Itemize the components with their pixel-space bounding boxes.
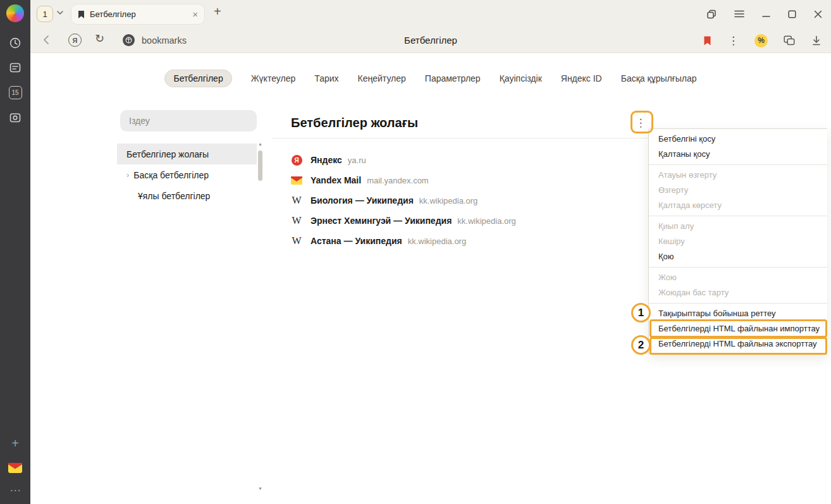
folders-list: Бетбелгілер жолағы › Басқа бетбелгілер Ұ… [117, 144, 257, 206]
settings-nav-tabs: Бетбелгілер Жүктеулер Тарих Кеңейтулер П… [30, 70, 831, 87]
refresh-icon: ↻ [95, 32, 104, 45]
tab-settings[interactable]: Параметрлер [425, 70, 481, 87]
bookmark-title: Яндекс [311, 155, 342, 165]
menu-item-sort-by-title[interactable]: Тақырыптары бойынша реттеу [649, 306, 827, 321]
collections-icon[interactable] [784, 35, 795, 46]
menu-item-undo-delete: Жоюдан бас тарту [649, 285, 827, 300]
screenshot-icon[interactable] [0, 107, 30, 128]
history-clock-icon[interactable] [0, 32, 30, 54]
browser-window: 15 + ⋯ 1 Бетбелгілер × + [0, 0, 831, 504]
yandex-letter-icon: Я [73, 37, 78, 44]
tab-other-devices[interactable]: Басқа құрылғылар [621, 70, 697, 87]
yandex-icon: Я [292, 155, 302, 166]
new-tab-button[interactable]: + [214, 4, 221, 19]
menu-hamburger-icon[interactable] [734, 10, 744, 18]
plus-icon: + [11, 436, 19, 451]
maximize-button[interactable] [788, 10, 796, 18]
wikipedia-icon: W [291, 195, 302, 206]
tab-extensions[interactable]: Кеңейтулер [358, 70, 406, 87]
scroll-up-icon[interactable]: ▲ [256, 142, 264, 146]
rail-more-icon[interactable]: ⋯ [0, 479, 30, 501]
tab-bookmarks[interactable]: Бетбелгілер [164, 70, 231, 87]
bookmark-row[interactable]: Yandex Mail mail.yandex.com [272, 170, 661, 190]
bookmark-row[interactable]: W Биология — Уикипедия kk.wikipedia.org [272, 190, 661, 211]
wikipedia-icon: W [291, 215, 302, 226]
scroll-down-icon[interactable]: ▼ [256, 486, 264, 491]
search-input[interactable] [120, 110, 257, 132]
menu-item-edit: Өзгерту [649, 183, 827, 198]
bookmark-title: Yandex Mail [311, 175, 361, 185]
menu-item-import-html[interactable]: Бетбелгілерді HTML файлынан импорттау [649, 321, 827, 336]
notes-feed-icon[interactable] [0, 57, 30, 78]
bookmark-row[interactable]: Я Яндекс ya.ru [272, 150, 661, 170]
yandex-browser-logo-icon[interactable] [6, 4, 24, 22]
tab-downloads[interactable]: Жүктеулер [251, 70, 296, 87]
rail-add-icon[interactable]: + [0, 433, 30, 454]
bookmark-url: kk.wikipedia.org [419, 196, 478, 206]
panels-icon[interactable] [706, 9, 717, 19]
menu-item-add-folder[interactable]: Қалтаны қосу [649, 147, 827, 162]
chevron-down-icon[interactable] [57, 11, 63, 15]
folder-item-mobile-bookmarks[interactable]: Ұялы бетбелгілер [117, 185, 257, 206]
toolbar-kebab-icon[interactable]: ⋮ [728, 34, 739, 47]
folder-item-other-bookmarks[interactable]: › Басқа бетбелгілер [117, 164, 257, 185]
close-button[interactable] [814, 10, 822, 18]
toolbar: Я ↻ bookmarks Бетбелгілер ⋮ % [30, 28, 831, 53]
percent-glyph: % [758, 36, 765, 45]
menu-item-delete: Жою [649, 270, 827, 285]
menu-group: Қиып алу Көшіру Қою [649, 216, 827, 267]
bookmark-flag-icon[interactable] [703, 35, 712, 46]
yandex-mail-rail-icon[interactable] [0, 457, 30, 479]
tab-yandex-id[interactable]: Яндекс ID [561, 70, 602, 87]
menu-group: Жою Жоюдан бас тарту [649, 267, 827, 303]
tab-history[interactable]: Тарих [314, 70, 338, 87]
tab-count: 1 [42, 9, 47, 19]
sidebar-rail: 15 + ⋯ [0, 0, 30, 504]
bookmark-title: Астана — Уикипедия [311, 236, 402, 246]
back-button[interactable] [40, 34, 53, 46]
tab-close-icon[interactable]: × [192, 9, 198, 19]
tab-counter-button[interactable]: 1 [37, 6, 53, 22]
folder-label: Бетбелгілер жолағы [126, 149, 209, 159]
yandex-search-button[interactable]: Я [68, 34, 82, 47]
bookmark-title: Эрнест Хемингуэй — Уикипедия [311, 216, 452, 226]
panel-kebab-button[interactable]: ⋮ [633, 114, 648, 131]
download-icon[interactable] [811, 35, 822, 46]
toolbar-right-icons: ⋮ % [703, 28, 822, 53]
bookmark-title: Биология — Уикипедия [311, 195, 414, 206]
menu-item-export-html[interactable]: Бетбелгілерді HTML файлына экспорттау [649, 336, 827, 352]
bookmark-url: kk.wikipedia.org [457, 216, 516, 226]
address-bar-url[interactable]: bookmarks [142, 28, 187, 53]
site-favicon[interactable] [123, 34, 135, 46]
chevron-right-icon: › [126, 170, 129, 180]
bookmark-row[interactable]: W Эрнест Хемингуэй — Уикипедия kk.wikipe… [272, 211, 661, 231]
tab-title: Бетбелгілер [90, 9, 192, 19]
wikipedia-icon: W [291, 235, 302, 247]
menu-item-add-bookmark[interactable]: Бетбелгіні қосу [649, 132, 827, 147]
minimize-button[interactable] [762, 10, 770, 18]
context-menu: Бетбелгіні қосу Қалтаны қосу Атауын өзге… [648, 128, 827, 355]
bookmark-url: mail.yandex.com [367, 176, 429, 185]
folder-label: Ұялы бетбелгілер [138, 191, 210, 201]
panel-header: Бетбелгілер жолағы ⋮ [272, 110, 661, 138]
tile-label: 15 [9, 86, 22, 99]
refresh-button[interactable]: ↻ [95, 32, 104, 46]
menu-group: Атауын өзгерту Өзгерту Қалтада көрсету [649, 164, 827, 216]
browser-tab[interactable]: Бетбелгілер × [71, 4, 205, 25]
menu-group: Бетбелгіні қосу Қалтаны қосу [649, 129, 827, 164]
panel-title: Бетбелгілер жолағы [272, 110, 661, 135]
bookmark-row[interactable]: W Астана — Уикипедия kk.wikipedia.org [272, 231, 661, 251]
tab-security[interactable]: Қауіпсіздік [500, 70, 542, 87]
bookmark-tab-icon [78, 10, 85, 19]
scrollbar-thumb[interactable] [258, 151, 262, 181]
menu-item-paste[interactable]: Қою [649, 249, 827, 264]
menu-item-show-in-folder: Қалтада көрсету [649, 198, 827, 213]
folder-item-bookmarks-bar[interactable]: Бетбелгілер жолағы [117, 144, 257, 164]
services-tile-icon[interactable]: 15 [0, 82, 30, 103]
menu-item-rename: Атауын өзгерту [649, 168, 827, 183]
folder-label: Басқа бетбелгілер [133, 170, 209, 180]
window-controls [706, 0, 822, 28]
kebab-icon: ⋮ [636, 116, 646, 130]
scrollbar[interactable]: ▲ ▼ [256, 142, 264, 491]
percent-offers-icon[interactable]: % [754, 34, 768, 47]
